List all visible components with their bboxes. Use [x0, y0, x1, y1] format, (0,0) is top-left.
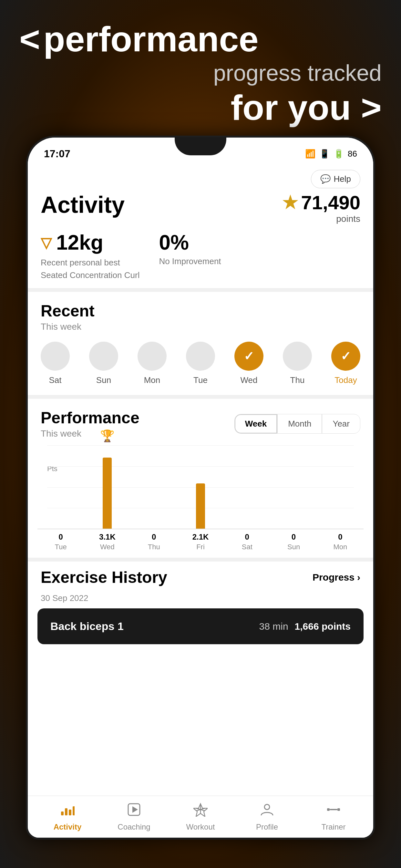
- chart-col-tue: [37, 445, 84, 529]
- chart-col-thu: [131, 445, 177, 529]
- nav-profile[interactable]: Profile: [234, 802, 300, 832]
- coaching-nav-icon: [127, 802, 141, 820]
- improvement-label: No Improvement: [159, 256, 221, 267]
- svg-rect-2: [69, 810, 71, 815]
- day-circle-thu: [283, 342, 312, 371]
- workout-nav-icon: [193, 802, 208, 820]
- chart-col-sun: [270, 445, 317, 529]
- day-circle-wed: [235, 342, 264, 371]
- trophy-icon: 🏆: [100, 429, 115, 443]
- help-button[interactable]: 💬 Help: [311, 170, 360, 188]
- day-today: Today: [331, 342, 360, 385]
- tab-week[interactable]: Week: [235, 414, 277, 434]
- day-circle-sat: [41, 342, 70, 371]
- workout-name: Back biceps 1: [50, 620, 124, 632]
- page-title: Activity: [41, 191, 125, 218]
- day-tue: Tue: [186, 342, 215, 385]
- chart-label-wed: 3.1K Wed: [84, 532, 130, 551]
- svg-rect-3: [73, 806, 74, 815]
- exercise-history-title: Exercise History: [41, 568, 167, 587]
- hero-section: < performance progress tracked for you >: [19, 20, 382, 127]
- day-sat: Sat: [41, 342, 70, 385]
- chart-col-fri: [177, 445, 224, 529]
- exercise-date: 30 Sep 2022: [28, 593, 373, 609]
- svg-rect-11: [327, 808, 330, 811]
- tab-year[interactable]: Year: [322, 414, 360, 434]
- chart-label-thu: 0 Thu: [131, 532, 177, 551]
- performance-title: Performance: [41, 408, 140, 427]
- battery-level: 86: [348, 149, 357, 159]
- tab-month[interactable]: Month: [277, 414, 322, 434]
- recent-subtitle: This week: [41, 321, 360, 332]
- performance-chart: Pts: [28, 439, 373, 558]
- svg-marker-5: [132, 806, 138, 813]
- stats-row: ▽ 12kg Recent personal best Seated Conce…: [28, 230, 373, 288]
- points-label: points: [282, 214, 360, 224]
- nav-coaching[interactable]: Coaching: [101, 802, 167, 832]
- day-label-thu: Thu: [290, 375, 305, 385]
- phone-frame: 17:07 📶 📱 🔋 86 💬 Help: [26, 135, 375, 868]
- day-mon: Mon: [137, 342, 166, 385]
- day-circle-tue: [186, 342, 215, 371]
- battery-icon: 🔋: [334, 149, 344, 159]
- trainer-nav-icon: [327, 802, 341, 820]
- wifi-icon: 📶: [305, 149, 315, 159]
- workout-card[interactable]: Back biceps 1 38 min 1,666 points: [37, 609, 364, 644]
- chevron-right-small-icon: ›: [357, 572, 360, 583]
- chart-label-sun: 0 Sun: [270, 532, 317, 551]
- day-wed: Wed: [235, 342, 264, 385]
- chevron-right-icon: >: [361, 88, 382, 127]
- nav-label-workout: Workout: [186, 823, 215, 832]
- nav-trainer[interactable]: Trainer: [300, 802, 367, 832]
- progress-link[interactable]: Progress ›: [312, 572, 360, 583]
- day-label-wed: Wed: [241, 375, 258, 385]
- recent-title: Recent: [41, 302, 360, 320]
- performance-header: Performance This week Week Month Year: [28, 399, 373, 439]
- performance-tabs: Week Month Year: [235, 414, 360, 434]
- svg-rect-12: [337, 808, 340, 811]
- phone-notch: [175, 137, 226, 155]
- points-value: 71,490: [301, 191, 360, 214]
- hero-performance: performance: [43, 20, 258, 58]
- improvement-pct: 0%: [159, 230, 221, 254]
- svg-point-10: [265, 804, 270, 810]
- nav-label-profile: Profile: [256, 823, 278, 832]
- weight-value: 12kg: [56, 230, 103, 254]
- svg-rect-13: [330, 809, 337, 810]
- day-label-tue: Tue: [193, 375, 208, 385]
- chart-label-mon: 0 Mon: [317, 532, 364, 551]
- svg-rect-1: [65, 808, 67, 815]
- chart-col-mon: [317, 445, 364, 529]
- nav-label-coaching: Coaching: [118, 823, 150, 832]
- activity-header: Activity ★ 71,490 points: [28, 188, 373, 230]
- activity-nav-icon: [60, 802, 74, 820]
- status-time: 17:07: [44, 148, 70, 160]
- help-icon: 💬: [320, 174, 331, 184]
- filter-icon: ▽: [41, 235, 52, 251]
- day-label-mon: Mon: [144, 375, 160, 385]
- workout-duration: 38 min: [259, 621, 288, 632]
- chart-bars: 🏆: [37, 445, 364, 529]
- workout-points: 1,666 points: [295, 621, 351, 632]
- chart-label-sat: 0 Sat: [224, 532, 270, 551]
- recent-section: Recent This week Sat Sun: [28, 292, 373, 395]
- day-label-sun: Sun: [96, 375, 111, 385]
- app-content: 💬 Help Activity ★ 71,490 points: [28, 163, 373, 796]
- chart-col-sat: [224, 445, 270, 529]
- profile-nav-icon: [260, 802, 274, 820]
- nav-activity[interactable]: Activity: [34, 802, 101, 832]
- status-icons: 📶 📱 🔋 86: [305, 149, 357, 159]
- day-circle-today: [331, 342, 360, 371]
- day-sun: Sun: [89, 342, 118, 385]
- svg-rect-0: [61, 811, 64, 815]
- performance-subtitle: This week: [41, 429, 140, 439]
- chart-labels: 0 Tue 3.1K Wed 0 Thu 2.1K: [37, 532, 364, 551]
- exercise-history-header: Exercise History Progress ›: [28, 558, 373, 593]
- signal-icon: 📱: [319, 149, 330, 159]
- chevron-left-icon: <: [19, 21, 40, 57]
- star-icon: ★: [282, 192, 298, 213]
- day-circle-sun: [89, 342, 118, 371]
- days-row: Sat Sun Mon: [41, 342, 360, 385]
- nav-workout[interactable]: Workout: [167, 802, 234, 832]
- day-label-sat: Sat: [49, 375, 61, 385]
